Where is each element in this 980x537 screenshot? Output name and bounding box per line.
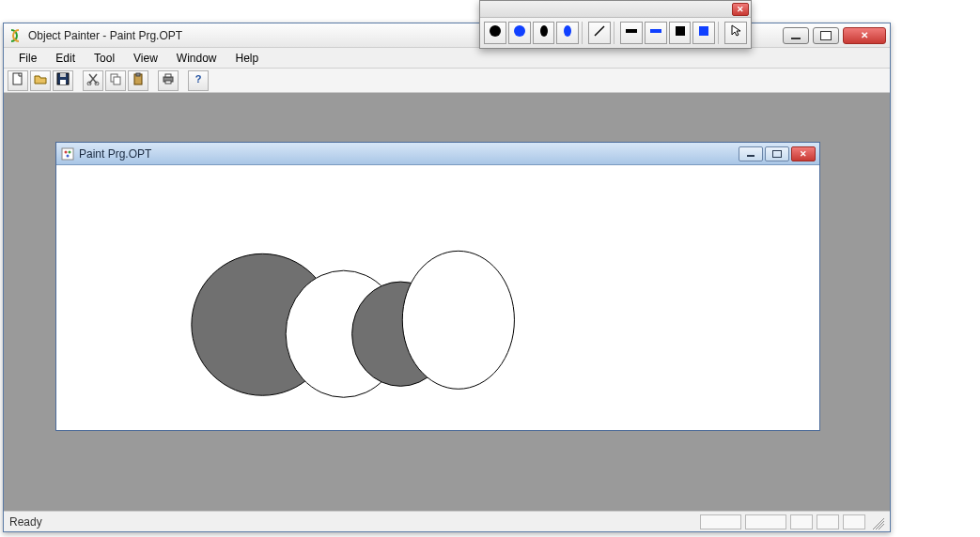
document-close-button[interactable] [791,146,816,161]
solid-circle-blue-tool-icon [512,23,527,42]
svg-point-17 [67,154,70,157]
open-icon [34,72,47,88]
print-icon [162,72,175,88]
status-pane [817,514,839,529]
rect-tool[interactable] [669,22,692,44]
svg-line-22 [595,26,604,36]
paste-button[interactable] [128,70,148,91]
copy-icon [109,72,122,88]
menubar: File Edit Tool View Window Help [4,48,890,69]
toolbar: ? [4,69,890,93]
document-icon [60,146,75,161]
line-tool-icon [592,23,607,42]
svg-point-15 [65,150,68,153]
svg-rect-0 [13,73,22,84]
rect-blue-tool[interactable] [692,22,715,44]
help-button[interactable]: ? [188,70,209,91]
svg-point-20 [540,25,548,37]
tool-palette[interactable] [479,0,752,49]
rect-blue-tool-icon [696,23,711,42]
svg-rect-2 [60,80,66,84]
menu-tool[interactable]: Tool [85,50,124,67]
minimize-button[interactable] [783,27,809,44]
solid-ellipse-blue-tool-icon [560,23,575,42]
svg-point-21 [564,25,571,37]
rect-wide-tool[interactable] [620,22,643,44]
menu-view[interactable]: View [124,50,167,67]
resize-grip[interactable] [869,514,884,529]
paste-icon [132,72,145,88]
document-titlebar: Paint Prg.OPT [56,143,819,165]
status-pane [790,514,813,529]
close-button[interactable] [843,27,886,44]
menu-window[interactable]: Window [167,50,226,67]
document-window: Paint Prg.OPT [55,142,820,431]
status-text: Ready [9,515,696,529]
document-maximize-button[interactable] [765,146,789,161]
svg-rect-26 [699,26,708,36]
solid-circle-tool[interactable] [484,22,506,44]
open-button[interactable] [30,70,51,91]
workspace: Paint Prg.OPT [4,93,890,511]
document-title: Paint Prg.OPT [79,147,739,161]
rect-wide-tool-icon [624,23,639,42]
pointer-tool-icon [728,23,743,42]
app-icon [8,28,23,43]
svg-rect-3 [60,73,66,77]
status-pane [745,514,786,529]
help-icon: ? [192,72,205,88]
new-icon [11,72,24,88]
svg-text:?: ? [195,73,202,84]
status-pane [843,514,865,529]
new-button[interactable] [8,70,28,91]
svg-rect-11 [165,74,171,77]
rect-tool-icon [673,23,688,42]
statusbar: Ready [4,511,890,531]
solid-ellipse-tool[interactable] [533,22,555,44]
document-minimize-button[interactable] [739,146,763,161]
palette-titlebar[interactable] [480,1,751,18]
svg-rect-14 [62,148,73,160]
menu-edit[interactable]: Edit [46,50,85,67]
svg-point-16 [69,150,71,153]
svg-point-18 [490,25,501,37]
svg-rect-25 [676,26,685,36]
app-window: Object Painter - Paint Prg.OPT File Edit… [3,23,891,532]
save-button[interactable] [53,70,73,91]
save-icon [56,72,70,88]
copy-button[interactable] [105,70,126,91]
print-button[interactable] [158,70,179,91]
canvas-shape[interactable] [402,251,514,389]
solid-ellipse-blue-tool[interactable] [556,22,579,44]
svg-rect-7 [114,77,120,84]
status-pane [700,514,741,529]
palette-close-button[interactable] [732,3,749,16]
menu-file[interactable]: File [9,50,46,67]
line-tool[interactable] [588,22,611,44]
rect-wide-blue-tool-icon [648,23,663,42]
svg-rect-23 [626,29,637,33]
svg-point-19 [514,25,525,37]
palette-row [480,18,751,48]
maximize-button[interactable] [813,27,839,44]
canvas[interactable] [56,165,819,430]
solid-circle-blue-tool[interactable] [508,22,531,44]
cut-button[interactable] [83,70,103,91]
titlebar: Object Painter - Paint Prg.OPT [4,23,890,48]
canvas-drawing [56,165,819,430]
solid-circle-tool-icon [488,23,503,42]
rect-wide-blue-tool[interactable] [645,22,667,44]
svg-rect-12 [165,81,171,84]
pointer-tool[interactable] [724,22,747,44]
solid-ellipse-tool-icon [537,23,552,42]
svg-rect-9 [136,73,140,76]
cut-icon [86,72,100,88]
svg-rect-24 [650,29,661,33]
menu-help[interactable]: Help [226,50,269,67]
